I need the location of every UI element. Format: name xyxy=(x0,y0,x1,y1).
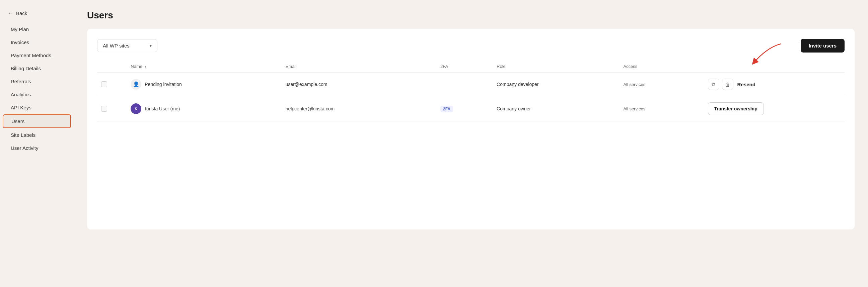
row-access-cell: All services xyxy=(619,73,704,96)
sidebar-item-label: Site Labels xyxy=(11,132,35,138)
transfer-ownership-button[interactable]: Transfer ownership xyxy=(708,102,764,115)
chevron-down-icon: ▾ xyxy=(150,43,152,48)
user-access: All services xyxy=(623,106,645,111)
user-access: All services xyxy=(623,82,645,87)
sidebar-item-label: Referrals xyxy=(11,79,31,84)
copy-icon: ⧉ xyxy=(712,81,715,87)
col-header-email: Email xyxy=(282,61,436,73)
col-header-2fa: 2FA xyxy=(436,61,493,73)
row-actions-cell: Transfer ownership xyxy=(704,96,844,121)
resend-button[interactable]: Resend xyxy=(736,82,757,87)
back-arrow-icon: ← xyxy=(8,10,13,16)
col-header-role: Role xyxy=(493,61,619,73)
row-role-cell: Company owner xyxy=(493,96,619,121)
trash-icon: 🗑 xyxy=(725,82,730,87)
user-role: Company owner xyxy=(497,106,531,111)
table-header-row: Name ↑ Email 2FA Role xyxy=(97,61,844,73)
row-2fa-cell xyxy=(436,73,493,96)
col-header-access: Access xyxy=(619,61,704,73)
sidebar-item-billing-details[interactable]: Billing Details xyxy=(3,62,71,75)
sidebar-item-referrals[interactable]: Referrals xyxy=(3,75,71,87)
2fa-badge: 2FA xyxy=(440,106,453,112)
back-button[interactable]: ← Back xyxy=(0,7,74,23)
invite-users-button[interactable]: Invite users xyxy=(801,39,844,52)
avatar-initials: K xyxy=(135,107,137,111)
dropdown-value: All WP sites xyxy=(103,43,130,48)
col-header-checkbox xyxy=(97,61,127,73)
back-label: Back xyxy=(16,10,27,16)
content-card: All WP sites ▾ Invite users xyxy=(87,29,855,229)
sidebar-item-my-plan[interactable]: My Plan xyxy=(3,23,71,35)
user-email: helpcenter@kinsta.com xyxy=(286,106,335,111)
user-name: Pending invitation xyxy=(145,82,182,87)
row-name-cell: 👤 Pending invitation xyxy=(127,73,281,96)
table-row: K Kinsta User (me) helpcenter@kinsta.com… xyxy=(97,96,844,121)
col-header-name[interactable]: Name ↑ xyxy=(127,61,281,73)
sidebar: ← Back My Plan Invoices Payment Methods … xyxy=(0,0,74,287)
sort-ascending-icon: ↑ xyxy=(145,65,147,69)
sidebar-item-label: Analytics xyxy=(11,92,31,97)
users-table: Name ↑ Email 2FA Role xyxy=(97,61,844,121)
row-checkbox[interactable] xyxy=(101,81,107,87)
sidebar-item-analytics[interactable]: Analytics xyxy=(3,88,71,101)
row-email-cell: user@example.com xyxy=(282,73,436,96)
sidebar-item-label: My Plan xyxy=(11,27,29,32)
row-checkbox[interactable] xyxy=(101,106,107,112)
row-access-cell: All services xyxy=(619,96,704,121)
sidebar-item-payment-methods[interactable]: Payment Methods xyxy=(3,49,71,62)
person-icon: 👤 xyxy=(133,81,139,87)
sidebar-item-label: API Keys xyxy=(11,105,31,110)
sidebar-item-site-labels[interactable]: Site Labels xyxy=(3,129,71,141)
users-table-wrapper: Name ↑ Email 2FA Role xyxy=(97,61,844,121)
row-email-cell: helpcenter@kinsta.com xyxy=(282,96,436,121)
page-title: Users xyxy=(87,10,855,21)
sidebar-item-label: Invoices xyxy=(11,39,29,45)
sidebar-item-invoices[interactable]: Invoices xyxy=(3,36,71,48)
user-name: Kinsta User (me) xyxy=(145,106,180,111)
sidebar-item-users[interactable]: Users xyxy=(3,114,71,128)
sidebar-item-label: Billing Details xyxy=(11,66,41,71)
toolbar: All WP sites ▾ Invite users xyxy=(97,39,844,52)
sidebar-item-user-activity[interactable]: User Activity xyxy=(3,142,71,154)
sidebar-item-label: Users xyxy=(11,118,25,124)
sidebar-item-label: Payment Methods xyxy=(11,52,51,58)
main-content: Users All WP sites ▾ Invite users xyxy=(74,0,868,287)
row-role-cell: Company developer xyxy=(493,73,619,96)
sidebar-item-api-keys[interactable]: API Keys xyxy=(3,101,71,114)
col-header-actions xyxy=(704,61,844,73)
row-name-cell: K Kinsta User (me) xyxy=(127,96,281,121)
site-filter-dropdown[interactable]: All WP sites ▾ xyxy=(97,39,157,52)
avatar-placeholder: 👤 xyxy=(131,79,141,89)
sidebar-item-label: User Activity xyxy=(11,145,38,151)
row-checkbox-cell xyxy=(97,96,127,121)
row-checkbox-cell xyxy=(97,73,127,96)
avatar-kinsta: K xyxy=(131,103,141,114)
row-2fa-cell: 2FA xyxy=(436,96,493,121)
delete-icon-button[interactable]: 🗑 xyxy=(722,79,733,90)
user-email: user@example.com xyxy=(286,82,328,87)
row-actions-cell: ⧉ 🗑 Resend xyxy=(704,73,844,96)
user-role: Company developer xyxy=(497,82,538,87)
table-row: 👤 Pending invitation user@example.com xyxy=(97,73,844,96)
copy-icon-button[interactable]: ⧉ xyxy=(708,79,719,90)
